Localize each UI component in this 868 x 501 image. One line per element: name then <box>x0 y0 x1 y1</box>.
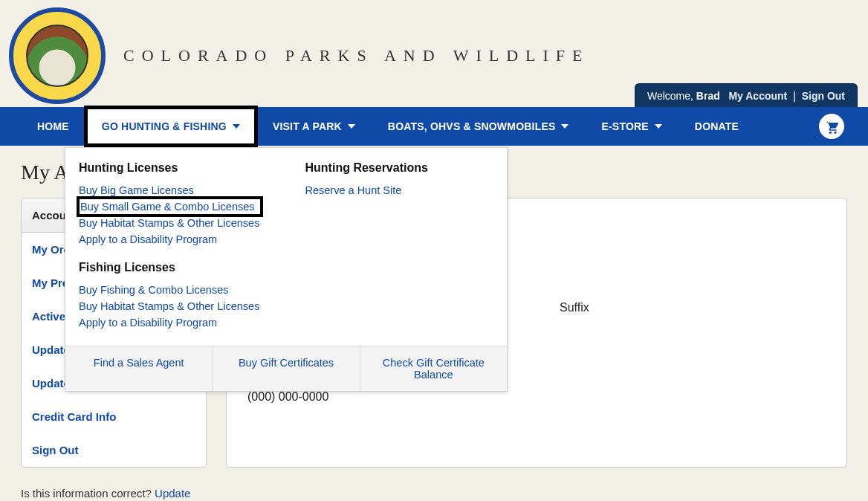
nav-visit-park-label: VISIT A PARK <box>273 120 342 132</box>
link-disability-program-hunting[interactable]: Apply to a Disability Program <box>79 231 261 248</box>
user-bar-separator: | <box>793 90 796 102</box>
link-buy-big-game[interactable]: Buy Big Game Licenses <box>79 182 261 198</box>
hunting-reservations-header: Hunting Reservations <box>305 161 428 175</box>
nav-boats-ohvs[interactable]: BOATS, OHVS & SNOWMOBILES <box>372 107 586 146</box>
logo-inner-seal <box>26 25 88 87</box>
phone-number: (000) 000-0000 <box>247 390 826 404</box>
my-account-link[interactable]: My Account <box>728 90 787 102</box>
link-find-sales-agent[interactable]: Find a Sales Agent <box>65 346 212 391</box>
chevron-down-icon <box>561 124 569 129</box>
link-disability-program-fishing[interactable]: Apply to a Disability Program <box>79 314 261 331</box>
mega-col-hunting: Hunting Licenses Buy Big Game Licenses B… <box>79 161 261 331</box>
nav-go-hunting-label: GO HUNTING & FISHING <box>102 120 227 132</box>
nav-estore-label: E-STORE <box>601 120 648 132</box>
welcome-name: Brad <box>696 90 720 102</box>
nav-donate-label: DONATE <box>695 120 739 132</box>
main-nav: HOME GO HUNTING & FISHING VISIT A PARK B… <box>0 107 868 146</box>
link-buy-gift-certificates[interactable]: Buy Gift Certificates <box>212 346 359 391</box>
go-hunting-fishing-dropdown: Hunting Licenses Buy Big Game Licenses B… <box>65 147 508 392</box>
nav-go-hunting-fishing[interactable]: GO HUNTING & FISHING <box>85 107 256 146</box>
site-header: COLORADO PARKS AND WILDLIFE Welcome, Bra… <box>0 0 868 107</box>
cart-icon <box>824 119 839 134</box>
confirm-text: Is this information correct? <box>21 487 155 500</box>
mega-footer: Find a Sales Agent Buy Gift Certificates… <box>65 346 507 391</box>
update-link[interactable]: Update <box>155 487 190 500</box>
chevron-down-icon <box>348 124 355 129</box>
sidebar-item-sign-out[interactable]: Sign Out <box>22 433 206 467</box>
link-buy-habitat-stamps-fishing[interactable]: Buy Habitat Stamps & Other Licenses <box>79 298 261 314</box>
link-reserve-hunt-site[interactable]: Reserve a Hunt Site <box>305 182 428 198</box>
site-title: COLORADO PARKS AND WILDLIFE <box>123 46 590 65</box>
user-bar: Welcome, Brad My Account | Sign Out <box>635 83 858 108</box>
nav-visit-park[interactable]: VISIT A PARK <box>256 107 372 146</box>
sidebar-item-credit-card-info[interactable]: Credit Card Info <box>22 400 206 433</box>
link-buy-small-game-combo[interactable]: Buy Small Game & Combo Licenses <box>79 198 261 215</box>
nav-boats-label: BOATS, OHVS & SNOWMOBILES <box>388 120 556 132</box>
suffix-label: Suffix <box>560 301 589 314</box>
mega-col-reservations: Hunting Reservations Reserve a Hunt Site <box>305 161 428 331</box>
nav-donate[interactable]: DONATE <box>678 107 755 146</box>
update-confirm-line: Is this information correct? Update <box>21 487 847 500</box>
fishing-licenses-header: Fishing Licenses <box>79 261 261 274</box>
sign-out-link[interactable]: Sign Out <box>802 90 845 102</box>
cart-button[interactable] <box>819 114 844 139</box>
site-logo[interactable] <box>9 7 106 104</box>
link-buy-habitat-stamps-hunting[interactable]: Buy Habitat Stamps & Other Licenses <box>79 215 261 231</box>
chevron-down-icon <box>655 124 662 129</box>
link-check-gift-balance[interactable]: Check Gift Certificate Balance <box>360 346 507 391</box>
link-buy-fishing-combo[interactable]: Buy Fishing & Combo Licenses <box>79 282 261 298</box>
nav-estore[interactable]: E-STORE <box>585 107 678 146</box>
chevron-down-icon <box>233 124 240 129</box>
nav-home[interactable]: HOME <box>21 107 85 146</box>
welcome-prefix: Welcome, <box>647 90 696 102</box>
nav-home-label: HOME <box>37 120 69 132</box>
hunting-licenses-header: Hunting Licenses <box>79 161 261 175</box>
